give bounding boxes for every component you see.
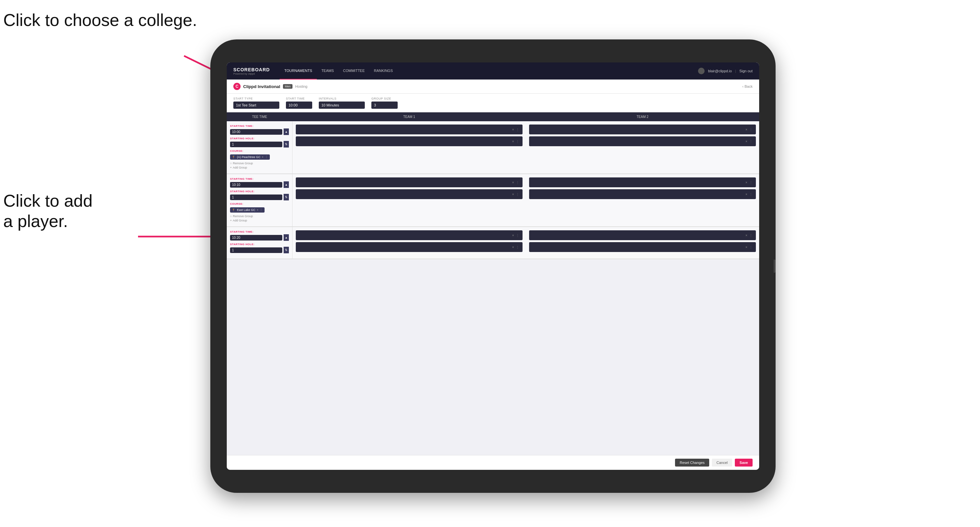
remove-course-1[interactable]: × — [262, 156, 264, 159]
player-x-btn-t2[interactable]: × — [745, 128, 747, 132]
hole-spin-btn-3[interactable]: ⇅ — [284, 247, 289, 253]
tablet-screen: SCOREBOARD Powered by clippd TOURNAMENTS… — [227, 62, 759, 470]
intervals-select[interactable]: 10 Minutes — [319, 102, 365, 109]
team1-group-3: × ⋮ × ⋮ — [293, 227, 526, 259]
tablet-frame: SCOREBOARD Powered by clippd TOURNAMENTS… — [210, 40, 776, 493]
starting-hole-input-3[interactable] — [230, 248, 282, 253]
course-label-1: COURSE: — [230, 149, 289, 152]
nav-teams[interactable]: TEAMS — [317, 62, 339, 79]
nav-right: blair@clippd.io | Sign out — [698, 68, 752, 74]
player-row-2-t1-2: × ⋮ — [296, 189, 523, 199]
p-dots-btn-3-t1-1[interactable]: ⋮ — [516, 233, 519, 237]
starting-time-label-2: STARTING TIME: — [230, 178, 289, 180]
intervals-label: Intervals — [319, 97, 365, 100]
start-type-label: Start Type — [233, 97, 279, 100]
tablet-side-button[interactable] — [774, 260, 776, 273]
p-x-btn-3-t1-2[interactable]: × — [512, 245, 514, 249]
starting-time-input-1[interactable] — [230, 129, 282, 135]
group-size-group: Group Size 3 — [371, 97, 398, 109]
starting-hole-input-row-1: ⇅ — [230, 141, 289, 148]
remove-course-2[interactable]: × — [257, 208, 258, 211]
team2-group-3: × ⋮ × ⋮ — [526, 227, 759, 259]
p-x-btn-3-t2-2[interactable]: × — [745, 245, 747, 249]
team2-group-1: × ⋮ × ⋮ — [526, 121, 759, 173]
time-up-btn-1[interactable]: ▲ — [284, 129, 289, 135]
starting-hole-input-2[interactable] — [230, 195, 282, 200]
start-time-label: Start Time — [286, 97, 312, 100]
player-actions-1-t1-2: × ⋮ — [512, 140, 519, 143]
add-group-1[interactable]: + Add Group — [230, 166, 289, 169]
player-x-btn-t2-2[interactable]: × — [745, 140, 747, 143]
start-time-input[interactable] — [286, 102, 312, 109]
nav-links: TOURNAMENTS TEAMS COMMITTEE RANKINGS — [280, 62, 698, 79]
p-x-btn-2-t1-2[interactable]: × — [512, 192, 514, 196]
cancel-button[interactable]: Cancel — [712, 459, 732, 467]
p-x-btn-2-t1-1[interactable]: × — [512, 181, 514, 184]
group-row-1: STARTING TIME: ▲ STARTING HOLE: ⇅ COURSE… — [227, 121, 759, 174]
hole-spin-btn-2[interactable]: ⇅ — [284, 194, 289, 200]
p-x-btn-2-t2-1[interactable]: × — [745, 181, 747, 184]
team2-group-2: × ⋮ × ⋮ — [526, 174, 759, 226]
save-button[interactable]: Save — [735, 459, 752, 467]
player-actions-1-t2-1: × ⋮ — [745, 128, 752, 132]
group-size-select[interactable]: 3 — [371, 102, 398, 109]
starting-hole-label-3: STARTING HOLE: — [230, 243, 289, 246]
p-x-btn-3-t1-1[interactable]: × — [512, 233, 514, 237]
starting-time-input-3[interactable] — [230, 235, 282, 241]
back-button[interactable]: ‹ Back — [742, 84, 752, 88]
course-tag-1[interactable]: 🏌 (A) Peachtree GC × ⋮ — [230, 154, 270, 160]
p-x-btn-2-t2-2[interactable]: × — [745, 192, 747, 196]
starting-hole-label-1: STARTING HOLE: — [230, 137, 289, 140]
player-row-3-t1-1: × ⋮ — [296, 230, 523, 240]
player-dots-btn[interactable]: ⋮ — [516, 128, 519, 132]
action-links-1: ○ Remove Group + Add Group — [230, 162, 289, 169]
player-x-btn[interactable]: × — [512, 128, 514, 132]
player-actions-2-t1-1: × ⋮ — [512, 181, 519, 184]
add-group-2[interactable]: + Add Group — [230, 219, 289, 222]
remove-group-1[interactable]: ○ Remove Group — [230, 162, 289, 165]
nav-tournaments[interactable]: TOURNAMENTS — [280, 62, 317, 79]
starting-hole-input-row-2: ⇅ — [230, 194, 289, 200]
sign-out-link[interactable]: Sign out — [740, 69, 752, 73]
player-dots-btn-2[interactable]: ⋮ — [516, 140, 519, 143]
course-tag-2[interactable]: 🏌 East Lake GC × ⋮ — [230, 207, 264, 213]
p-dots-btn-2-t2-1[interactable]: ⋮ — [749, 181, 752, 184]
user-email: blair@clippd.io — [708, 69, 732, 73]
hole-spin-btn-1[interactable]: ⇅ — [284, 141, 289, 148]
p-dots-btn-2-t2-2[interactable]: ⋮ — [749, 192, 752, 196]
table-header: Tee Time Team 1 Team 2 — [227, 113, 759, 121]
p-dots-btn-3-t1-2[interactable]: ⋮ — [516, 245, 519, 249]
start-time-group: Start Time — [286, 97, 312, 109]
controls-row: Start Type 1st Tee Start Start Time Inte… — [227, 94, 759, 113]
col-team2: Team 2 — [526, 115, 759, 119]
time-up-btn-3[interactable]: ▲ — [284, 234, 289, 241]
starting-time-input-2[interactable] — [230, 182, 282, 187]
team1-group-2: × ⋮ × ⋮ — [293, 174, 526, 226]
player-dots-btn-t2-2[interactable]: ⋮ — [749, 140, 752, 143]
p-x-btn-3-t2-1[interactable]: × — [745, 233, 747, 237]
player-actions-2-t2-1: × ⋮ — [745, 181, 752, 184]
player-dots-btn-t2[interactable]: ⋮ — [749, 128, 752, 132]
table-container: Tee Time Team 1 Team 2 STARTING TIME: ▲ … — [227, 113, 759, 455]
p-dots-btn-3-t2-2[interactable]: ⋮ — [749, 245, 752, 249]
col-tee-time: Tee Time — [227, 115, 293, 119]
player-x-btn-2[interactable]: × — [512, 140, 514, 143]
p-dots-btn-2-t1-2[interactable]: ⋮ — [516, 192, 519, 196]
starting-hole-input-1[interactable] — [230, 141, 282, 147]
nav-rankings[interactable]: RANKINGS — [369, 62, 397, 79]
player-row-1-t2-1: × ⋮ — [529, 124, 756, 134]
p-dots-btn-3-t2-1[interactable]: ⋮ — [749, 233, 752, 237]
starting-time-input-row-3: ▲ — [230, 234, 289, 241]
course-icon-2: 🏌 — [232, 208, 235, 211]
nav-committee[interactable]: COMMITTEE — [339, 62, 369, 79]
starting-time-input-row-2: ▲ — [230, 181, 289, 188]
start-type-select[interactable]: 1st Tee Start — [233, 102, 279, 109]
p-dots-btn-2-t1-1[interactable]: ⋮ — [516, 181, 519, 184]
remove-group-2[interactable]: ○ Remove Group — [230, 214, 289, 218]
reset-button[interactable]: Reset Changes — [675, 459, 709, 467]
player-row-3-t1-2: × ⋮ — [296, 242, 523, 252]
time-up-btn-2[interactable]: ▲ — [284, 181, 289, 188]
course-edit-2[interactable]: ⋮ — [259, 208, 262, 211]
course-edit-1[interactable]: ⋮ — [265, 156, 268, 159]
player-actions-2-t2-2: × ⋮ — [745, 192, 752, 196]
